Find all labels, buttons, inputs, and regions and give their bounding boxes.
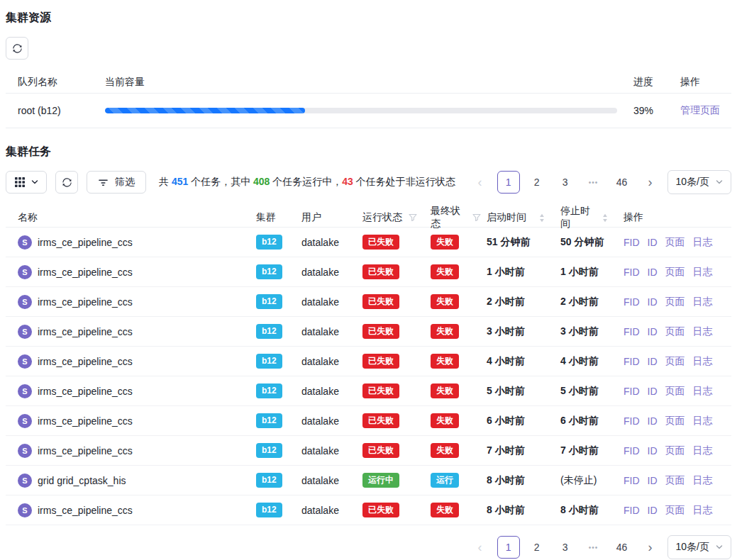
- action-link[interactable]: ID: [648, 296, 658, 308]
- page-ellipsis[interactable]: •••: [582, 171, 605, 194]
- action-link[interactable]: 页面: [665, 504, 685, 517]
- task-table: 名称 集群 用户 运行状态 最终状态 启动时间: [6, 205, 731, 525]
- start-time: 8 小时前: [481, 504, 555, 517]
- action-link[interactable]: 页面: [665, 474, 685, 487]
- page-button-46[interactable]: 46: [611, 536, 633, 559]
- action-link[interactable]: 页面: [665, 266, 685, 279]
- final-status-badge: 失败: [431, 235, 459, 249]
- task-table-footer: ‹123•••46› 10条/页: [6, 535, 731, 559]
- avatar: S: [18, 384, 32, 398]
- action-link[interactable]: 页面: [665, 415, 685, 427]
- page-ellipsis[interactable]: •••: [582, 536, 605, 559]
- page-button-3[interactable]: 3: [554, 171, 577, 194]
- action-link[interactable]: FID: [624, 237, 640, 248]
- action-link[interactable]: FID: [624, 296, 640, 308]
- action-link[interactable]: 日志: [693, 236, 713, 249]
- action-link[interactable]: 日志: [693, 296, 713, 308]
- task-name: irms_ce_pipeline_ccs: [38, 445, 133, 457]
- refresh-tasks-button[interactable]: [55, 171, 78, 194]
- summary-total-count: 451: [172, 176, 188, 187]
- filter-icon: [98, 177, 109, 188]
- action-link[interactable]: 日志: [693, 444, 713, 457]
- queue-table-header: 队列名称 当前容量 进度 操作: [6, 71, 731, 94]
- action-link[interactable]: 日志: [693, 474, 713, 487]
- action-link[interactable]: FID: [624, 505, 640, 516]
- action-link[interactable]: FID: [624, 326, 640, 337]
- row-actions: FIDID页面日志: [618, 355, 731, 368]
- page-button-2[interactable]: 2: [526, 536, 548, 559]
- action-link[interactable]: FID: [624, 415, 640, 427]
- action-link[interactable]: 页面: [665, 325, 685, 338]
- sorter-icon[interactable]: [539, 213, 545, 223]
- layout-grid-button[interactable]: [6, 171, 47, 194]
- user-value: datalake: [296, 475, 357, 486]
- sorter-icon[interactable]: [602, 213, 608, 223]
- progress-bar: [105, 108, 617, 113]
- action-link[interactable]: ID: [648, 445, 658, 457]
- summary-mid2: 个任务运行中，: [270, 176, 342, 187]
- action-link[interactable]: 日志: [693, 266, 713, 279]
- action-link[interactable]: ID: [648, 475, 658, 486]
- action-link[interactable]: FID: [624, 386, 640, 397]
- action-link[interactable]: FID: [624, 445, 640, 457]
- filter-button[interactable]: 筛选: [87, 171, 146, 194]
- stop-time: 7 小时前: [555, 444, 618, 457]
- page-button-2[interactable]: 2: [526, 171, 548, 194]
- action-link[interactable]: 日志: [693, 504, 713, 517]
- next-page-button[interactable]: ›: [639, 536, 662, 559]
- action-link[interactable]: ID: [648, 267, 658, 278]
- action-link[interactable]: FID: [624, 475, 640, 486]
- start-time: 7 小时前: [481, 444, 555, 457]
- avatar: S: [18, 235, 32, 250]
- action-link[interactable]: 页面: [665, 385, 685, 398]
- action-link[interactable]: 日志: [693, 355, 713, 368]
- table-row: S grid grid_cptask_his b12 datalake 运行中 …: [6, 466, 731, 495]
- page-button-3[interactable]: 3: [554, 536, 577, 559]
- queue-row: root (b12) 39% 管理页面: [6, 94, 731, 128]
- page-button-46[interactable]: 46: [611, 171, 633, 194]
- stop-time: (未停止): [555, 474, 618, 487]
- action-link[interactable]: ID: [648, 505, 658, 516]
- action-link[interactable]: FID: [624, 356, 640, 367]
- page-size-select-top[interactable]: 10条/页: [667, 170, 731, 194]
- stop-time: 4 小时前: [555, 355, 618, 368]
- action-link[interactable]: 页面: [665, 236, 685, 249]
- filter-funnel-icon[interactable]: [472, 213, 481, 222]
- run-status-header: 运行状态: [362, 211, 402, 224]
- prev-page-button[interactable]: ‹: [469, 171, 492, 194]
- start-time: 8 小时前: [481, 474, 555, 487]
- chevron-down-icon: [716, 179, 723, 186]
- manage-page-link[interactable]: 管理页面: [680, 104, 720, 116]
- action-link[interactable]: 页面: [665, 444, 685, 457]
- action-link[interactable]: 日志: [693, 385, 713, 398]
- prev-page-button[interactable]: ‹: [469, 536, 492, 559]
- filter-funnel-icon[interactable]: [409, 213, 417, 222]
- action-link[interactable]: ID: [648, 356, 658, 367]
- stop-time: 1 小时前: [555, 266, 618, 279]
- action-link[interactable]: ID: [648, 415, 658, 427]
- cluster-badge: b12: [256, 264, 282, 279]
- action-link[interactable]: ID: [648, 326, 658, 337]
- user-value: datalake: [296, 237, 357, 248]
- action-link[interactable]: ID: [648, 237, 658, 248]
- action-link[interactable]: ID: [648, 386, 658, 397]
- action-link[interactable]: 日志: [693, 415, 713, 427]
- cluster-badge: b12: [256, 324, 282, 338]
- task-table-body: S irms_ce_pipeline_ccs b12 datalake 已失败 …: [6, 228, 731, 525]
- refresh-resources-button[interactable]: [6, 37, 28, 60]
- user-value: datalake: [296, 415, 357, 427]
- final-status-header: 最终状态: [431, 205, 466, 230]
- row-actions: FIDID页面日志: [618, 325, 731, 338]
- table-row: S irms_ce_pipeline_ccs b12 datalake 已失败 …: [6, 495, 731, 525]
- page-button-1[interactable]: 1: [497, 171, 520, 194]
- action-link[interactable]: 日志: [693, 325, 713, 338]
- action-link[interactable]: FID: [624, 267, 640, 278]
- page-button-1[interactable]: 1: [497, 536, 520, 559]
- page-size-select-bottom[interactable]: 10条/页: [667, 535, 731, 559]
- table-row: S irms_ce_pipeline_ccs b12 datalake 已失败 …: [6, 347, 731, 376]
- user-value: datalake: [296, 386, 357, 397]
- capacity-header: 当前容量: [105, 76, 624, 89]
- action-link[interactable]: 页面: [665, 355, 685, 368]
- action-link[interactable]: 页面: [665, 296, 685, 308]
- next-page-button[interactable]: ›: [639, 171, 662, 194]
